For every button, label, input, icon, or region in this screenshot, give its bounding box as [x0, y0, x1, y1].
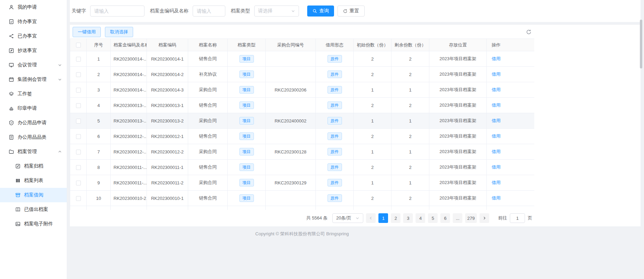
- cell-initial-copies: [354, 206, 391, 210]
- next-page-button[interactable]: [480, 213, 489, 223]
- borrow-link[interactable]: 借用: [492, 149, 501, 154]
- sidebar-item-label: 档案借阅: [24, 192, 62, 198]
- form-tag: 原件: [328, 101, 342, 109]
- type-tag: 项目: [239, 117, 254, 125]
- page-button-6[interactable]: 6: [440, 213, 450, 223]
- row-checkbox[interactable]: [76, 181, 81, 185]
- sidebar-item-archive-management[interactable]: 档案管理: [0, 144, 67, 159]
- sidebar-item-archive-borrowing[interactable]: 档案借阅: [0, 188, 67, 202]
- image-icon: [15, 221, 21, 227]
- goto-page-input[interactable]: [510, 213, 525, 223]
- cell-location: 2023年项目档案架: [429, 191, 487, 206]
- header-archive-code: 档案编码: [147, 39, 188, 51]
- sidebar-item-lent-archives[interactable]: 已借出档案: [0, 202, 67, 217]
- borrow-link[interactable]: 借用: [492, 56, 501, 61]
- page-size-value: 20条/页: [336, 215, 351, 221]
- share-nodes-icon: [9, 33, 14, 39]
- cell-borrow-form: 原件: [316, 113, 354, 129]
- search-button[interactable]: 查询: [307, 6, 334, 17]
- cell-archive-code: RK202300011-1: [147, 160, 188, 175]
- cell-seq: 1: [87, 51, 111, 67]
- borrow-link[interactable]: 借用: [492, 103, 501, 108]
- table-row: 10 RK202300010-2... RK202300010-1 销售合同 项…: [70, 191, 535, 206]
- prev-page-button[interactable]: [366, 213, 376, 223]
- row-checkbox[interactable]: [76, 196, 81, 201]
- row-checkbox-cell: [70, 98, 87, 113]
- row-checkbox[interactable]: [76, 165, 81, 170]
- row-checkbox[interactable]: [76, 103, 81, 108]
- search-button-label: 查询: [319, 8, 329, 14]
- cell-initial-copies: 2: [354, 67, 391, 82]
- cell-archive-code: RK202300014-3: [147, 82, 188, 98]
- scrollbar-thumb[interactable]: [640, 20, 642, 68]
- table-row: 5 RK202300013-... RK202300013-2 采购合同 项目 …: [70, 113, 535, 129]
- select-all-checkbox[interactable]: [76, 43, 81, 47]
- sidebar-item-my-applications[interactable]: 我的申请: [0, 0, 67, 14]
- sidebar-item-office-supplies-category[interactable]: 办公用品品类: [0, 130, 67, 144]
- row-checkbox[interactable]: [76, 134, 81, 139]
- sidebar-item-seal-application[interactable]: 印章申请: [0, 101, 67, 116]
- sidebar-item-work-sign[interactable]: 工作签: [0, 87, 67, 101]
- pagination: 共 5564 条 20条/页 1 2 3 4 5 6 ... 279 前往 页: [70, 210, 534, 226]
- refresh-icon: [343, 9, 347, 13]
- page-button-last[interactable]: 279: [465, 213, 477, 223]
- sidebar-item-archive-filing[interactable]: 档案归档: [0, 159, 67, 173]
- borrow-link[interactable]: 借用: [492, 72, 501, 77]
- cell-initial-copies: 1: [354, 144, 391, 160]
- row-checkbox[interactable]: [76, 119, 81, 124]
- sidebar-item-meeting-management[interactable]: 会议管理: [0, 58, 67, 72]
- cell-box-code: RK202300010-2...: [111, 191, 147, 206]
- chevron-down-icon: [355, 216, 359, 220]
- borrow-link[interactable]: 借用: [492, 133, 501, 139]
- cell-seq: 4: [87, 98, 111, 113]
- refresh-icon[interactable]: [526, 29, 532, 35]
- borrow-link[interactable]: 借用: [492, 118, 501, 123]
- row-checkbox[interactable]: [76, 150, 81, 154]
- page-size-select[interactable]: 20条/页: [332, 213, 363, 223]
- page-button-4[interactable]: 4: [416, 213, 425, 223]
- edit-square-icon: [9, 48, 14, 53]
- borrow-link[interactable]: 借用: [492, 164, 501, 170]
- sidebar-item-office-supplies-application[interactable]: 办公用品申请: [0, 116, 67, 130]
- page-button-3[interactable]: 3: [403, 213, 413, 223]
- sidebar-item-archive-list[interactable]: 档案列表: [0, 173, 67, 188]
- cell-initial-copies: 1: [354, 113, 391, 129]
- borrow-link[interactable]: 借用: [492, 180, 501, 185]
- cell-action: [487, 206, 535, 210]
- cell-archive-name: [188, 206, 228, 210]
- cell-remaining-copies: 2: [391, 98, 429, 113]
- sidebar-item-todo[interactable]: 待办事宜: [0, 14, 67, 29]
- table-row: 2 RK202300014-... RK202300014-2 补充协议 项目 …: [70, 67, 535, 82]
- page-button-2[interactable]: 2: [391, 213, 400, 223]
- row-checkbox[interactable]: [76, 88, 81, 93]
- sidebar-item-archive-attachments[interactable]: 档案电子附件: [0, 217, 67, 231]
- row-checkbox[interactable]: [76, 72, 81, 77]
- box-code-input[interactable]: [193, 6, 225, 17]
- cell-seq: 10: [87, 191, 111, 206]
- type-tag: 项目: [239, 101, 254, 109]
- sidebar-item-group-meeting-management[interactable]: 集团例会管理: [0, 72, 67, 87]
- cell-action: 借用: [487, 98, 535, 113]
- page-button-5[interactable]: 5: [428, 213, 438, 223]
- keyword-input[interactable]: [90, 6, 144, 17]
- layers-icon: [9, 91, 14, 97]
- header-archive-name: 档案名称: [188, 39, 228, 51]
- cell-box-code: RK202300011-...: [111, 160, 147, 175]
- select-placeholder: 请选择: [258, 8, 272, 14]
- borrow-all-button[interactable]: 一键借用: [73, 27, 101, 37]
- cell-archive-name: 销售合同: [188, 51, 228, 67]
- borrow-link[interactable]: 借用: [492, 195, 501, 201]
- header-seq: 序号: [87, 39, 111, 51]
- more-pages-button[interactable]: ...: [453, 213, 462, 223]
- borrow-link[interactable]: 借用: [492, 87, 501, 92]
- page-button-1[interactable]: 1: [378, 213, 388, 223]
- sidebar-item-done[interactable]: 已办事宜: [0, 29, 67, 43]
- sidebar-item-cc[interactable]: 抄送事宜: [0, 43, 67, 58]
- archive-type-select[interactable]: 请选择: [254, 6, 299, 17]
- row-checkbox[interactable]: [76, 57, 81, 62]
- cancel-select-button[interactable]: 取消选择: [105, 27, 133, 37]
- reset-button[interactable]: 重置: [337, 6, 365, 17]
- chevron-down-icon: [58, 77, 62, 82]
- cell-initial-copies: 2: [354, 160, 391, 175]
- cell-borrow-form: 原件: [316, 67, 354, 82]
